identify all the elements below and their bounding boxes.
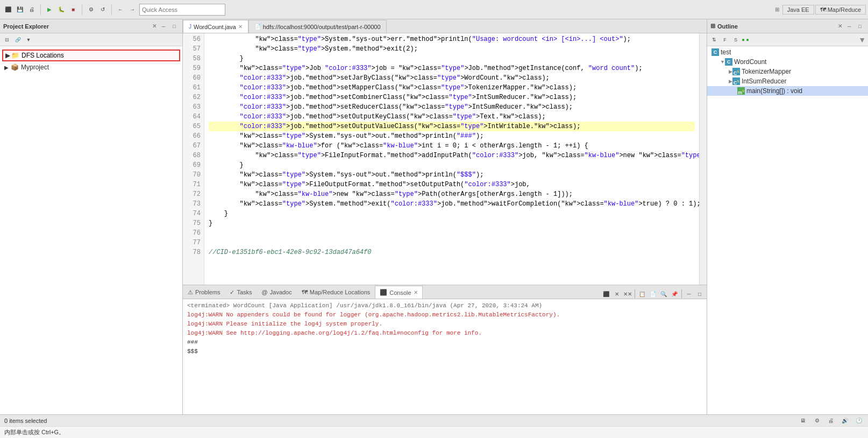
console-find-btn[interactable]: 🔍 bbox=[659, 289, 668, 299]
editor-scrollbar[interactable] bbox=[699, 33, 707, 285]
editor-area: J WordCount.java ✕ 📄 hdfs://localhost:90… bbox=[183, 19, 707, 285]
status-monitor-icon[interactable]: 🖥 bbox=[798, 416, 808, 426]
outline-maximize-btn[interactable]: □ bbox=[855, 22, 865, 31]
code-editor[interactable]: "kw">class="type">System."sys-out">err."… bbox=[204, 33, 699, 285]
outline-minimize-btn[interactable]: ─ bbox=[844, 22, 854, 31]
tab-wordcount[interactable]: J WordCount.java ✕ bbox=[183, 20, 248, 33]
folder-icon: 📁 bbox=[11, 52, 19, 59]
build-button[interactable]: ⚙ bbox=[85, 4, 97, 16]
outline-hide-static-btn[interactable]: S bbox=[731, 35, 741, 45]
project-icon: 📦 bbox=[11, 63, 19, 71]
console-remove-all-btn[interactable]: ✕✕ bbox=[623, 289, 632, 299]
status-settings-icon[interactable]: ⚙ bbox=[812, 416, 822, 426]
console-maximize-btn[interactable]: □ bbox=[695, 289, 705, 299]
main-toolbar: ⬛ 💾 🖨 ▶ 🐛 ■ ⚙ ↺ ← → ⊞ Java EE 🗺 Map/Redu… bbox=[0, 0, 868, 19]
dfs-locations-label: DFS Locations bbox=[22, 52, 64, 59]
tab-javadoc[interactable]: @ Javadoc bbox=[257, 286, 297, 299]
run-button[interactable]: ▶ bbox=[44, 4, 55, 16]
maximize-panel-btn[interactable]: □ bbox=[169, 22, 179, 31]
close-x-icon: ✕ bbox=[152, 23, 156, 29]
tab-hdfs[interactable]: 📄 hdfs://localhost:9000/output/test/part… bbox=[248, 20, 387, 33]
tab-wordcount-close[interactable]: ✕ bbox=[238, 24, 243, 30]
console-terminate-btn[interactable]: ⬛ bbox=[601, 289, 611, 299]
status-items-selected: 0 items selected bbox=[4, 418, 798, 424]
perspective-tabs: ⊞ Java EE 🗺 Map/Reduce bbox=[775, 5, 866, 15]
back-button[interactable]: ← bbox=[115, 4, 126, 16]
tab-hdfs-label: hdfs://localhost:9000/output/test/part-r… bbox=[263, 24, 381, 30]
stop-button[interactable]: ■ bbox=[67, 4, 79, 16]
console-copy-btn[interactable]: 📋 bbox=[637, 289, 647, 299]
console-dollar-line: $$$ bbox=[187, 347, 702, 356]
dfs-arrow-icon: ▶ bbox=[5, 52, 10, 59]
project-explorer-content: ▶ 📁 DFS Locations ▶ 📦 Myproject bbox=[0, 46, 182, 414]
outline-title: Outline bbox=[717, 23, 838, 30]
outline-dropdown-arrow: ▼ bbox=[858, 36, 866, 44]
tab-tasks[interactable]: ✓ Tasks bbox=[225, 286, 257, 299]
status-clock-icon[interactable]: 🕐 bbox=[854, 416, 864, 426]
toolbar-group-4: ← → bbox=[115, 4, 138, 16]
refresh-button[interactable]: ↺ bbox=[97, 4, 109, 16]
dfs-locations-item[interactable]: ▶ 📁 DFS Locations bbox=[2, 50, 180, 61]
outline-hide-fields-btn[interactable]: F bbox=[720, 35, 730, 45]
tab-mapreduce-locations[interactable]: 🗺 Map/Reduce Locations bbox=[297, 286, 375, 299]
print-button[interactable]: 🖨 bbox=[26, 4, 38, 16]
outline-item-3[interactable]: ▶ CSIntSumReducer bbox=[707, 76, 868, 86]
console-pin-btn[interactable]: 📌 bbox=[670, 289, 679, 299]
tasks-icon: ✓ bbox=[230, 289, 234, 296]
save-button[interactable]: 💾 bbox=[14, 4, 26, 16]
perspective-java-ee[interactable]: Java EE bbox=[782, 5, 814, 15]
minimize-panel-btn[interactable]: ─ bbox=[159, 22, 168, 31]
status-right-icons: 🖥 ⚙ 🖨 🔊 🕐 bbox=[798, 416, 864, 426]
myproject-label: Myproject bbox=[21, 63, 49, 71]
console-header-actions: ⬛ ✕ ✕✕ 📋 📄 🔍 📌 ─ □ bbox=[601, 289, 707, 299]
outline-green-dot2: ● bbox=[746, 37, 749, 43]
main-area: Project Explorer ✕ ─ □ ⊟ 🔗 ▼ ▶ 📁 DFS Loc… bbox=[0, 19, 868, 414]
sep2 bbox=[82, 4, 82, 15]
status-speaker-icon[interactable]: 🔊 bbox=[840, 416, 850, 426]
myproject-item[interactable]: ▶ 📦 Myproject bbox=[0, 62, 182, 72]
outline-item-label: test bbox=[721, 48, 731, 56]
hdfs-file-icon: 📄 bbox=[254, 24, 261, 30]
project-explorer-header: Project Explorer ✕ ─ □ bbox=[0, 19, 182, 33]
project-explorer-title: Project Explorer bbox=[3, 23, 152, 30]
bottom-hint: 内部单击或按 Ctrl+G。 bbox=[4, 428, 65, 436]
view-menu-btn[interactable]: ▼ bbox=[24, 35, 33, 45]
debug-button[interactable]: 🐛 bbox=[55, 4, 67, 16]
tab-problems[interactable]: ⚠ Problems bbox=[183, 286, 225, 299]
outline-item-label: TokenizerMapper bbox=[742, 68, 791, 75]
collapse-all-btn[interactable]: ⊟ bbox=[2, 35, 12, 45]
outline-icon: ⊞ bbox=[710, 23, 715, 30]
outline-item-4[interactable]: mSmain(String[]) : void bbox=[707, 86, 868, 96]
console-remove-btn[interactable]: ✕ bbox=[612, 289, 622, 299]
console-minimize-btn[interactable]: ─ bbox=[684, 289, 694, 299]
mapreduce-loc-icon: 🗺 bbox=[302, 289, 308, 295]
problems-icon: ⚠ bbox=[188, 289, 193, 296]
console-terminated-line: <terminated> WordCount [Java Application… bbox=[187, 301, 702, 310]
outline-sort-btn[interactable]: ⇅ bbox=[709, 35, 719, 45]
quick-access-input[interactable] bbox=[139, 4, 225, 16]
outline-close-x: ✕ bbox=[838, 23, 842, 29]
link-with-editor-btn[interactable]: 🔗 bbox=[13, 35, 23, 45]
outline-item-2[interactable]: ▶ CSTokenizerMapper bbox=[707, 67, 868, 76]
project-explorer-toolbar: ⊟ 🔗 ▼ bbox=[0, 33, 182, 46]
forward-button[interactable]: → bbox=[126, 4, 138, 16]
bottom-bar: 内部单击或按 Ctrl+G。 bbox=[0, 426, 868, 438]
status-print-icon[interactable]: 🖨 bbox=[826, 416, 836, 426]
tab-tasks-label: Tasks bbox=[237, 289, 252, 295]
outline-item-1[interactable]: ▼ CWordCount bbox=[707, 57, 868, 67]
console-paste-btn[interactable]: 📄 bbox=[648, 289, 658, 299]
line-numbers: 5657585960616263646566676869707172737475… bbox=[183, 33, 204, 285]
outline-header: ⊞ Outline ✕ ─ □ bbox=[707, 19, 868, 33]
panel-header-actions: ─ □ bbox=[159, 22, 179, 31]
outline-item-0[interactable]: Ctest bbox=[707, 47, 868, 57]
console-sep bbox=[635, 289, 635, 298]
outline-header-actions: ─ □ bbox=[844, 22, 865, 31]
perspective-map-reduce[interactable]: 🗺 Map/Reduce bbox=[815, 5, 866, 15]
console-sep2 bbox=[681, 289, 682, 298]
outline-item-label: WordCount bbox=[734, 58, 766, 66]
new-button[interactable]: ⬛ bbox=[2, 4, 14, 16]
tab-console-close[interactable]: ✕ bbox=[414, 289, 418, 295]
tab-console[interactable]: ⬛ Console ✕ bbox=[375, 286, 422, 299]
editor-tabs: J WordCount.java ✕ 📄 hdfs://localhost:90… bbox=[183, 19, 707, 33]
outline-toolbar: ⇅ F S ● ● ▼ bbox=[707, 33, 868, 46]
